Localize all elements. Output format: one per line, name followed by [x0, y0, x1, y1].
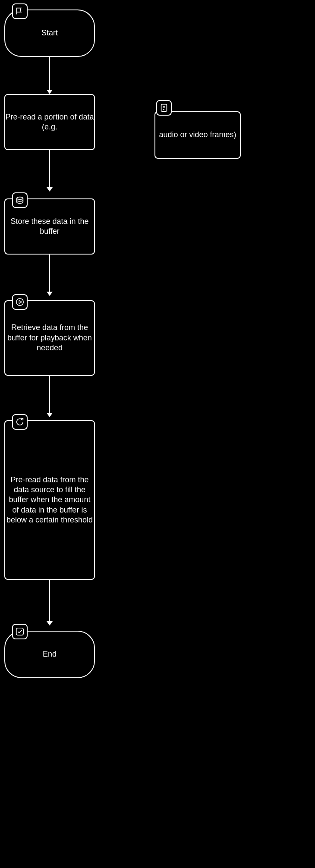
preread-loop-node: Pre-read data from the data source to fi… — [4, 420, 95, 580]
database-icon — [12, 192, 28, 208]
check-svg — [15, 627, 25, 636]
connector-loop-end — [49, 580, 50, 623]
arrow-loop-end — [47, 621, 53, 626]
check-icon — [12, 624, 28, 639]
preread-label: Pre-read a portion of data (e.g. — [5, 112, 94, 132]
retrieve-node: Retrieve data from the buffer for playba… — [4, 300, 95, 376]
preread-node: Pre-read a portion of data (e.g. — [4, 94, 95, 150]
audio-video-label: audio or video frames) — [159, 130, 236, 140]
start-label: Start — [41, 28, 58, 38]
svg-point-5 — [17, 197, 23, 200]
svg-marker-7 — [19, 300, 22, 303]
audio-video-node: audio or video frames) — [154, 111, 241, 159]
flag-svg — [15, 6, 25, 16]
refresh-icon — [12, 414, 28, 430]
play-circle-svg — [15, 297, 25, 307]
store-buffer-label: Store these data in the buffer — [5, 217, 94, 237]
refresh-svg — [15, 417, 25, 427]
connector-start-preread — [49, 57, 50, 91]
preread-loop-label: Pre-read data from the data source to fi… — [5, 475, 94, 525]
connector-retrieve-loop — [49, 376, 50, 415]
database-svg — [15, 195, 25, 205]
arrow-store-retrieve — [47, 292, 53, 296]
end-label: End — [43, 649, 57, 659]
document-svg — [159, 103, 169, 113]
connector-preread-store — [49, 150, 50, 189]
connector-store-retrieve — [49, 255, 50, 293]
arrow-preread-store — [47, 187, 53, 192]
document-icon — [156, 100, 172, 116]
arrow-retrieve-loop — [47, 413, 53, 417]
flowchart: Start Pre-read a portion of data (e.g. a… — [0, 0, 315, 868]
flag-icon — [12, 3, 28, 19]
retrieve-label: Retrieve data from the buffer for playba… — [5, 323, 94, 353]
play-circle-icon — [12, 294, 28, 310]
arrow-start-preread — [47, 90, 53, 94]
